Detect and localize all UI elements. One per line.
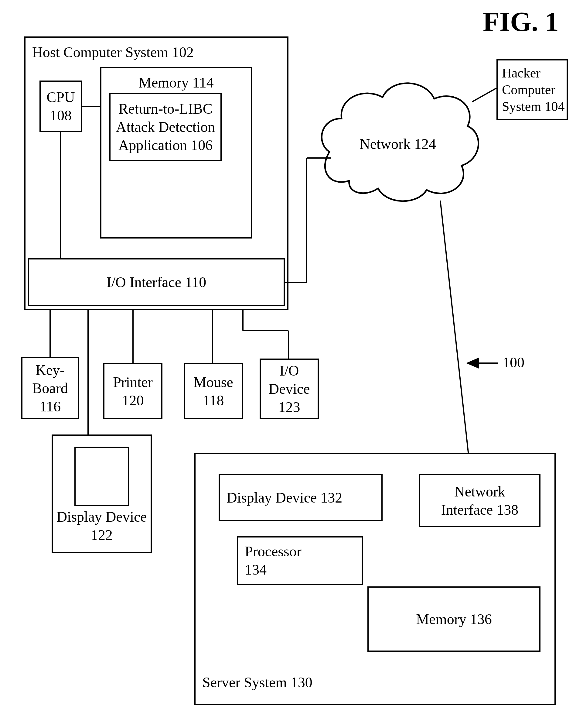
hacker-label: Hacker Computer System 104 <box>502 65 565 115</box>
server-system-label: Server System 130 <box>202 673 312 692</box>
server-memory-box: Memory 136 <box>367 587 540 652</box>
io-interface-label: I/O Interface 110 <box>107 273 206 291</box>
hacker-box: Hacker Computer System 104 <box>497 59 568 120</box>
display-screen <box>74 447 129 506</box>
svg-line-13 <box>440 201 471 474</box>
server-display-label: Display Device 132 <box>226 489 342 507</box>
figure-ref-label: 100 <box>503 354 524 371</box>
io-device-box: I/O Device 123 <box>260 359 319 419</box>
app-box: Return-to-LIBC Attack Detection Applicat… <box>109 93 222 161</box>
server-processor-label: Processor 134 <box>245 542 302 579</box>
network-cloud: Network 124 <box>313 65 483 211</box>
server-memory-label: Memory 136 <box>416 610 492 628</box>
memory-label: Memory 114 <box>108 74 244 92</box>
network-label: Network 124 <box>360 136 436 152</box>
figure-title: FIG. 1 <box>483 6 559 37</box>
io-interface-box: I/O Interface 110 <box>28 258 285 306</box>
cpu-box: CPU 108 <box>39 80 82 132</box>
printer-label: Printer 120 <box>113 373 153 410</box>
server-netif-box: Network Interface 138 <box>419 474 540 527</box>
keyboard-box: Key- Board 116 <box>21 357 79 419</box>
display-device-label: Display Device 122 <box>56 508 147 544</box>
host-system-label: Host Computer System 102 <box>32 43 194 61</box>
printer-box: Printer 120 <box>103 363 163 419</box>
app-label: Return-to-LIBC Attack Detection Applicat… <box>116 100 215 154</box>
cpu-label: CPU 108 <box>47 88 75 125</box>
mouse-box: Mouse 118 <box>184 363 243 419</box>
keyboard-label: Key- Board 116 <box>32 361 68 416</box>
svg-marker-15 <box>468 359 478 368</box>
mouse-label: Mouse 118 <box>193 373 233 410</box>
server-processor-box: Processor 134 <box>237 536 363 585</box>
server-netif-label: Network Interface 138 <box>441 483 519 519</box>
server-display-box: Display Device 132 <box>219 474 383 521</box>
io-device-label: I/O Device 123 <box>269 362 310 416</box>
